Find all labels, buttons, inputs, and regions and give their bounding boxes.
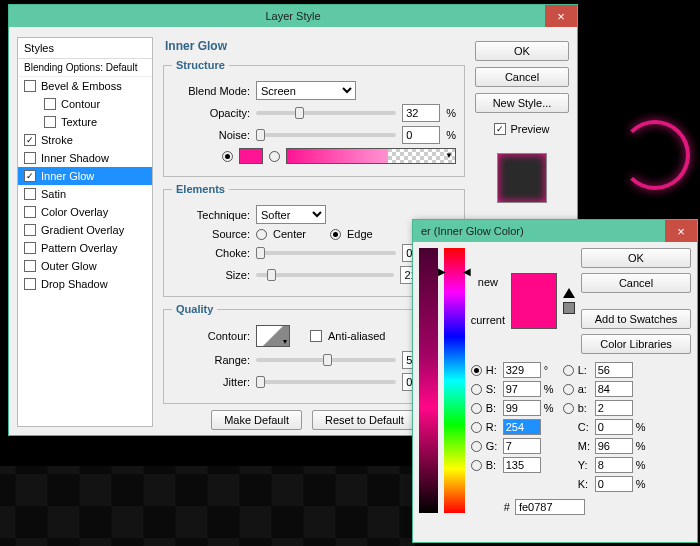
window-title: Layer Style: [265, 10, 320, 22]
checkbox[interactable]: ✓: [24, 170, 36, 182]
s-radio[interactable]: [471, 384, 482, 395]
checkbox[interactable]: [44, 98, 56, 110]
titlebar[interactable]: Layer Style ×: [9, 5, 577, 27]
hex-label: #: [504, 501, 510, 513]
l-radio[interactable]: [563, 365, 574, 376]
styles-header[interactable]: Styles: [18, 38, 152, 59]
gradient-radio[interactable]: [269, 151, 280, 162]
opacity-slider[interactable]: [256, 111, 396, 115]
blending-options[interactable]: Blending Options: Default: [18, 59, 152, 77]
checkbox[interactable]: [24, 278, 36, 290]
contour-picker[interactable]: ▾: [256, 325, 290, 347]
style-stroke[interactable]: ✓Stroke: [18, 131, 152, 149]
s-input[interactable]: [503, 381, 541, 397]
chevron-down-icon[interactable]: ▾: [283, 337, 287, 346]
titlebar[interactable]: er (Inner Glow Color) ×: [413, 220, 697, 242]
hex-input[interactable]: [515, 499, 585, 515]
chevron-down-icon[interactable]: ▼: [445, 151, 453, 160]
make-default-button[interactable]: Make Default: [211, 410, 302, 430]
style-inner-glow[interactable]: ✓Inner Glow: [18, 167, 152, 185]
glow-curve: [620, 120, 690, 190]
size-label: Size:: [172, 269, 250, 281]
checkbox[interactable]: [44, 116, 56, 128]
preview-checkbox[interactable]: ✓: [494, 123, 506, 135]
checkbox[interactable]: [24, 260, 36, 272]
b-lab-input[interactable]: [595, 400, 633, 416]
structure-group: Structure Blend Mode: Screen Opacity: % …: [163, 59, 465, 177]
b-hsb-input[interactable]: [503, 400, 541, 416]
new-current-swatch[interactable]: [511, 273, 557, 329]
close-icon[interactable]: ×: [665, 220, 697, 242]
checkbox[interactable]: [24, 224, 36, 236]
cancel-button[interactable]: Cancel: [475, 67, 569, 87]
blend-mode-select[interactable]: Screen: [256, 81, 356, 100]
warning-icon[interactable]: [563, 288, 575, 298]
gradient-picker[interactable]: ▼: [286, 148, 456, 164]
m-input[interactable]: [595, 438, 633, 454]
glow-color-swatch[interactable]: [239, 148, 263, 164]
color-libraries-button[interactable]: Color Libraries: [581, 334, 691, 354]
source-center-radio[interactable]: [256, 229, 267, 240]
h-input[interactable]: [503, 362, 541, 378]
style-drop-shadow[interactable]: Drop Shadow: [18, 275, 152, 293]
style-outer-glow[interactable]: Outer Glow: [18, 257, 152, 275]
b-lab-radio[interactable]: [563, 403, 574, 414]
new-style-button[interactable]: New Style...: [475, 93, 569, 113]
choke-slider[interactable]: [256, 251, 396, 255]
reset-default-button[interactable]: Reset to Default: [312, 410, 417, 430]
preview-label: Preview: [510, 123, 549, 135]
style-color-overlay[interactable]: Color Overlay: [18, 203, 152, 221]
style-texture[interactable]: Texture: [18, 113, 152, 131]
jitter-label: Jitter:: [172, 376, 250, 388]
color-field[interactable]: [419, 248, 438, 513]
y-input[interactable]: [595, 457, 633, 473]
window-title: er (Inner Glow Color): [421, 225, 524, 237]
noise-input[interactable]: [402, 126, 440, 144]
k-input[interactable]: [595, 476, 633, 492]
cube-icon[interactable]: [563, 302, 575, 314]
noise-slider[interactable]: [256, 133, 396, 137]
style-contour[interactable]: Contour: [18, 95, 152, 113]
cancel-button[interactable]: Cancel: [581, 273, 691, 293]
noise-label: Noise:: [172, 129, 250, 141]
style-satin[interactable]: Satin: [18, 185, 152, 203]
hue-arrow-icon: ◀: [463, 266, 471, 277]
a-radio[interactable]: [563, 384, 574, 395]
r-input[interactable]: [503, 419, 541, 435]
c-input[interactable]: [595, 419, 633, 435]
technique-label: Technique:: [172, 209, 250, 221]
technique-select[interactable]: Softer: [256, 205, 326, 224]
hue-slider[interactable]: ▶ ◀: [444, 248, 465, 513]
add-swatches-button[interactable]: Add to Swatches: [581, 309, 691, 329]
style-inner-shadow[interactable]: Inner Shadow: [18, 149, 152, 167]
jitter-slider[interactable]: [256, 380, 396, 384]
choke-label: Choke:: [172, 247, 250, 259]
checkbox[interactable]: [24, 206, 36, 218]
range-slider[interactable]: [256, 358, 396, 362]
ok-button[interactable]: OK: [581, 248, 691, 268]
checkbox[interactable]: ✓: [24, 134, 36, 146]
checkbox[interactable]: [24, 152, 36, 164]
a-input[interactable]: [595, 381, 633, 397]
ok-button[interactable]: OK: [475, 41, 569, 61]
b-hsb-radio[interactable]: [471, 403, 482, 414]
checkbox[interactable]: [24, 80, 36, 92]
style-gradient-overlay[interactable]: Gradient Overlay: [18, 221, 152, 239]
source-edge-radio[interactable]: [330, 229, 341, 240]
h-radio[interactable]: [471, 365, 482, 376]
l-input[interactable]: [595, 362, 633, 378]
g-radio[interactable]: [471, 441, 482, 452]
opacity-input[interactable]: [402, 104, 440, 122]
anti-aliased-checkbox[interactable]: [310, 330, 322, 342]
checkbox[interactable]: [24, 188, 36, 200]
style-bevel[interactable]: Bevel & Emboss: [18, 77, 152, 95]
b-rgb-radio[interactable]: [471, 460, 482, 471]
b-rgb-input[interactable]: [503, 457, 541, 473]
close-icon[interactable]: ×: [545, 5, 577, 27]
checkbox[interactable]: [24, 242, 36, 254]
color-radio[interactable]: [222, 151, 233, 162]
g-input[interactable]: [503, 438, 541, 454]
style-pattern-overlay[interactable]: Pattern Overlay: [18, 239, 152, 257]
size-slider[interactable]: [256, 273, 394, 277]
r-radio[interactable]: [471, 422, 482, 433]
